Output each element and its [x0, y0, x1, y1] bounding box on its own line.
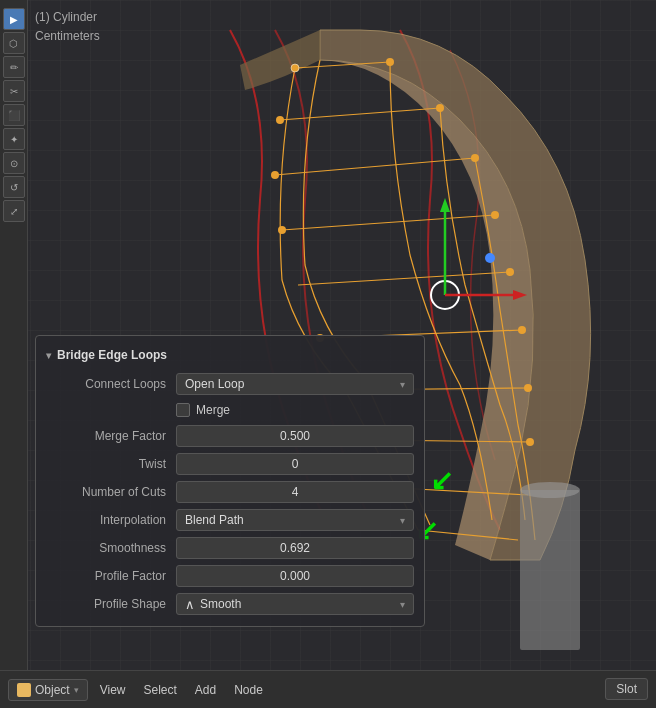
merge-factor-value: 0.500 [280, 429, 310, 443]
profile-shape-row: Profile Shape ∧ Smooth ▾ [36, 590, 424, 618]
menu-node[interactable]: Node [226, 679, 271, 701]
toolbar-knife-btn[interactable]: ✂ [3, 80, 25, 102]
mode-selector[interactable]: Object ▾ [8, 679, 88, 701]
bridge-edge-loops-panel: ▾ Bridge Edge Loops Connect Loops Open L… [35, 335, 425, 627]
merge-checkbox[interactable] [176, 403, 190, 417]
svg-point-22 [278, 226, 286, 234]
svg-marker-27 [440, 198, 450, 212]
viewport-info: (1) Cylinder Centimeters [35, 8, 100, 46]
profile-shape-arrow-icon: ▾ [400, 599, 405, 610]
menu-view[interactable]: View [92, 679, 134, 701]
svg-point-32 [520, 482, 580, 498]
menu-add[interactable]: Add [187, 679, 224, 701]
profile-factor-value: 0.000 [280, 569, 310, 583]
merge-factor-label: Merge Factor [46, 429, 176, 443]
toolbar-edit-btn[interactable]: ✏ [3, 56, 25, 78]
toolbar-extrude-btn[interactable]: ⊙ [3, 152, 25, 174]
panel-header: ▾ Bridge Edge Loops [36, 344, 424, 370]
smoothness-value: 0.692 [280, 541, 310, 555]
svg-point-11 [386, 58, 394, 66]
smoothness-row: Smoothness 0.692 [36, 534, 424, 562]
connect-loops-label: Connect Loops [46, 377, 176, 391]
svg-point-13 [471, 154, 479, 162]
toolbar-select-btn[interactable]: ⬡ [3, 32, 25, 54]
interpolation-label: Interpolation [46, 513, 176, 527]
mode-dropdown-icon: ▾ [74, 685, 79, 695]
num-cuts-label: Number of Cuts [46, 485, 176, 499]
interpolation-dropdown[interactable]: Blend Path ▾ [176, 509, 414, 531]
connect-loops-value: Open Loop [185, 377, 244, 391]
connect-loops-arrow-icon: ▾ [400, 379, 405, 390]
twist-label: Twist [46, 457, 176, 471]
svg-point-10 [291, 64, 299, 72]
num-cuts-row: Number of Cuts 4 [36, 478, 424, 506]
bottom-bar: Object ▾ View Select Add Node Slot [0, 670, 656, 708]
svg-line-3 [282, 215, 495, 230]
svg-point-16 [518, 326, 526, 334]
merge-row: Merge [36, 398, 424, 422]
smoothness-field[interactable]: 0.692 [176, 537, 414, 559]
merge-factor-row: Merge Factor 0.500 [36, 422, 424, 450]
svg-point-14 [491, 211, 499, 219]
merge-label: Merge [196, 403, 230, 417]
interpolation-row: Interpolation Blend Path ▾ [36, 506, 424, 534]
svg-point-15 [506, 268, 514, 276]
svg-point-18 [526, 438, 534, 446]
toolbar-rotate-btn[interactable]: ↺ [3, 176, 25, 198]
panel-title: Bridge Edge Loops [57, 348, 167, 362]
mode-label: Object [35, 683, 70, 697]
mode-icon [17, 683, 31, 697]
twist-value: 0 [292, 457, 299, 471]
object-name: (1) Cylinder [35, 8, 100, 27]
profile-shape-label: Profile Shape [46, 597, 176, 611]
interpolation-arrow-icon: ▾ [400, 515, 405, 526]
merge-checkbox-group: Merge [176, 403, 230, 417]
svg-point-12 [436, 104, 444, 112]
connect-loops-dropdown[interactable]: Open Loop ▾ [176, 373, 414, 395]
interpolation-value: Blend Path [185, 513, 244, 527]
svg-point-30 [485, 253, 495, 263]
profile-shape-dropdown[interactable]: ∧ Smooth ▾ [176, 593, 414, 615]
svg-point-24 [276, 116, 284, 124]
svg-point-17 [524, 384, 532, 392]
svg-text:↙: ↙ [430, 465, 453, 496]
panel-collapse-arrow[interactable]: ▾ [46, 350, 51, 361]
twist-field[interactable]: 0 [176, 453, 414, 475]
units-label: Centimeters [35, 27, 100, 46]
menu-select[interactable]: Select [135, 679, 184, 701]
smoothness-label: Smoothness [46, 541, 176, 555]
profile-shape-value: Smooth [200, 597, 241, 611]
svg-line-4 [298, 272, 510, 285]
merge-factor-field[interactable]: 0.500 [176, 425, 414, 447]
num-cuts-value: 4 [292, 485, 299, 499]
profile-factor-row: Profile Factor 0.000 [36, 562, 424, 590]
slot-button[interactable]: Slot [605, 678, 648, 700]
connect-loops-row: Connect Loops Open Loop ▾ [36, 370, 424, 398]
profile-factor-label: Profile Factor [46, 569, 176, 583]
profile-factor-field[interactable]: 0.000 [176, 565, 414, 587]
toolbar-box-btn[interactable]: ⬛ [3, 104, 25, 126]
num-cuts-field[interactable]: 4 [176, 481, 414, 503]
twist-row: Twist 0 [36, 450, 424, 478]
toolbar-cursor-btn[interactable]: ▶ [3, 8, 25, 30]
toolbar-transform-btn[interactable]: ✦ [3, 128, 25, 150]
toolbar-scale-btn[interactable]: ⤢ [3, 200, 25, 222]
svg-rect-31 [520, 490, 580, 650]
bottom-menu: View Select Add Node [92, 679, 271, 701]
svg-point-23 [271, 171, 279, 179]
profile-shape-icon: ∧ [185, 597, 195, 612]
left-toolbar: ▶ ⬡ ✏ ✂ ⬛ ✦ ⊙ ↺ ⤢ [0, 0, 28, 670]
